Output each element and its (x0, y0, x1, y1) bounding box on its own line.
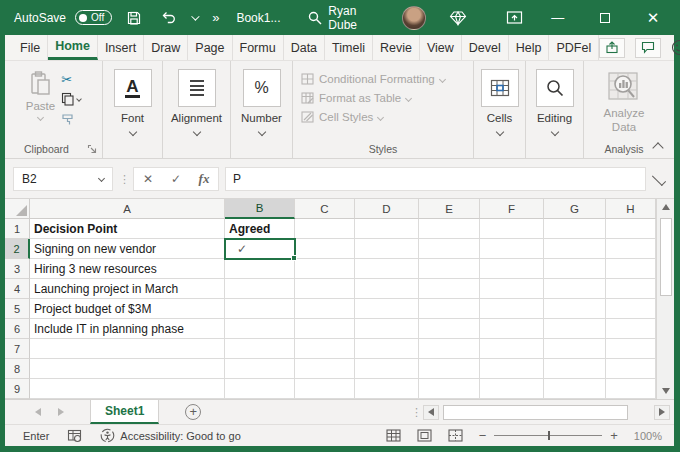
sheet-nav-right-icon[interactable] (58, 408, 64, 416)
column-header-d[interactable]: D (355, 199, 419, 219)
cell-e2[interactable] (419, 239, 480, 259)
tab-home[interactable]: Home (48, 35, 98, 60)
cell-f5[interactable] (480, 299, 544, 319)
cell-f4[interactable] (480, 279, 544, 299)
accessibility-status[interactable]: Accessibility: Good to go (100, 428, 240, 443)
cell-h6[interactable] (606, 319, 656, 339)
alignment-group[interactable]: Alignment (163, 61, 231, 158)
row-header-5[interactable]: 5 (5, 299, 30, 319)
font-group[interactable]: A Font (103, 61, 163, 158)
cell-e7[interactable] (419, 339, 480, 359)
formula-bar-expand-icon[interactable] (652, 171, 666, 185)
cell-g9[interactable] (544, 379, 606, 399)
cells-group[interactable]: Cells (474, 61, 526, 158)
cell-c2[interactable] (295, 239, 355, 259)
copy-dropdown-icon[interactable] (76, 96, 82, 102)
cell-g8[interactable] (544, 359, 606, 379)
alignment-dropdown-icon[interactable] (192, 128, 200, 136)
row-header-3[interactable]: 3 (5, 259, 30, 279)
cell-a8[interactable] (30, 359, 225, 379)
sheet-tab-sheet1[interactable]: Sheet1 (90, 400, 159, 424)
cell-d5[interactable] (355, 299, 419, 319)
tab-file[interactable]: File (13, 35, 48, 60)
cancel-icon[interactable]: ✕ (134, 172, 162, 186)
tab-insert[interactable]: Insert (98, 35, 144, 60)
cell-e3[interactable] (419, 259, 480, 279)
search-icon[interactable] (302, 6, 328, 30)
cell-f8[interactable] (480, 359, 544, 379)
cell-f7[interactable] (480, 339, 544, 359)
number-group[interactable]: % Number (231, 61, 293, 158)
cell-g2[interactable] (544, 239, 606, 259)
cell-b3[interactable] (225, 259, 295, 279)
cell-g4[interactable] (544, 279, 606, 299)
diamond-icon[interactable] (446, 6, 472, 30)
insert-function-icon[interactable]: fx (190, 171, 218, 187)
cell-g7[interactable] (544, 339, 606, 359)
undo-button[interactable] (156, 6, 182, 30)
column-header-g[interactable]: G (544, 199, 606, 219)
hscroll-left-icon[interactable] (423, 405, 439, 420)
editing-dropdown-icon[interactable] (550, 128, 558, 136)
minimize-button[interactable]: — (541, 4, 575, 32)
cell-c9[interactable] (295, 379, 355, 399)
cell-f9[interactable] (480, 379, 544, 399)
cell-a1[interactable]: Decision Point (30, 219, 225, 239)
undo-dropdown-icon[interactable] (191, 12, 199, 20)
cell-a4[interactable]: Launching project in March (30, 279, 225, 299)
cell-b5[interactable] (225, 299, 295, 319)
autosave-toggle[interactable]: Off (75, 10, 112, 25)
cell-b4[interactable] (225, 279, 295, 299)
cell-g3[interactable] (544, 259, 606, 279)
cell-a2[interactable]: Signing on new vendor (30, 239, 225, 259)
cell-h1[interactable] (606, 219, 656, 239)
macro-record-icon[interactable] (67, 429, 82, 443)
row-header-8[interactable]: 8 (5, 359, 30, 379)
cell-g6[interactable] (544, 319, 606, 339)
cell-d7[interactable] (355, 339, 419, 359)
zoom-slider-thumb[interactable] (548, 431, 550, 440)
view-page-layout-icon[interactable] (417, 429, 432, 442)
tab-data[interactable]: Data (284, 35, 325, 60)
view-normal-icon[interactable] (386, 429, 401, 442)
cell-e9[interactable] (419, 379, 480, 399)
tab-view[interactable]: View (420, 35, 462, 60)
cell-f2[interactable] (480, 239, 544, 259)
cell-d6[interactable] (355, 319, 419, 339)
cell-a6[interactable]: Include IT in planning phase (30, 319, 225, 339)
row-header-7[interactable]: 7 (5, 339, 30, 359)
cell-d2[interactable] (355, 239, 419, 259)
cell-d4[interactable] (355, 279, 419, 299)
fill-handle[interactable] (291, 255, 297, 261)
comments-button[interactable] (635, 38, 661, 58)
paste-button[interactable]: Paste (26, 69, 55, 127)
cell-h7[interactable] (606, 339, 656, 359)
horizontal-scroll-thumb[interactable] (443, 405, 628, 420)
cut-icon[interactable]: ✂ (61, 71, 81, 87)
column-header-a[interactable]: A (30, 199, 225, 219)
avatar[interactable] (402, 6, 426, 30)
row-header-6[interactable]: 6 (5, 319, 30, 339)
cell-c6[interactable] (295, 319, 355, 339)
column-header-e[interactable]: E (419, 199, 480, 219)
cell-a7[interactable] (30, 339, 225, 359)
tab-page[interactable]: Page (188, 35, 232, 60)
conditional-formatting-item[interactable]: Conditional Formatting (301, 73, 445, 85)
cell-b1[interactable]: Agreed (225, 219, 295, 239)
scroll-up-icon[interactable] (658, 199, 674, 215)
cell-g1[interactable] (544, 219, 606, 239)
analyze-data-button[interactable]: Analyze Data (598, 69, 650, 135)
tab-formu[interactable]: Formu (233, 35, 284, 60)
cell-c7[interactable] (295, 339, 355, 359)
cell-h3[interactable] (606, 259, 656, 279)
cell-f3[interactable] (480, 259, 544, 279)
cell-e8[interactable] (419, 359, 480, 379)
hscroll-right-icon[interactable] (654, 405, 670, 420)
vertical-scroll-thumb[interactable] (660, 218, 672, 296)
cell-a3[interactable]: Hiring 3 new resources (30, 259, 225, 279)
tab-timeli[interactable]: Timeli (325, 35, 373, 60)
feedback-smiley-icon[interactable] (671, 39, 680, 56)
cell-e6[interactable] (419, 319, 480, 339)
column-header-f[interactable]: F (480, 199, 544, 219)
cell-c4[interactable] (295, 279, 355, 299)
